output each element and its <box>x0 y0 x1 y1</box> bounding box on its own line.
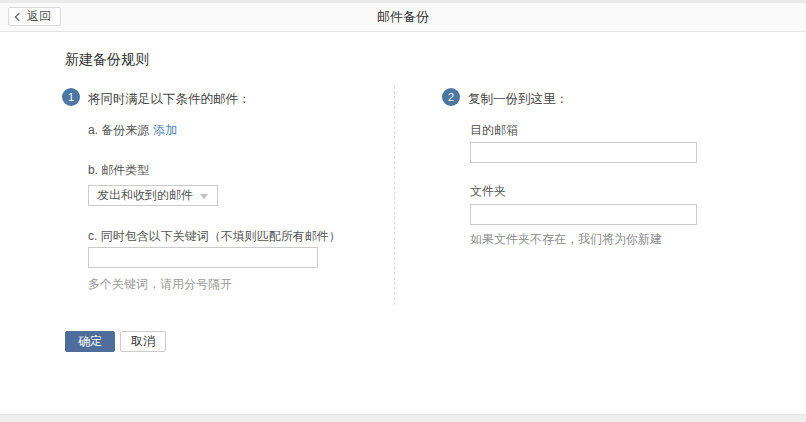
back-button[interactable]: 返回 <box>8 7 61 26</box>
page-title: 邮件备份 <box>0 3 806 31</box>
folder-label: 文件夹 <box>470 183 506 200</box>
folder-input[interactable] <box>470 204 697 225</box>
confirm-button[interactable]: 确定 <box>65 331 115 352</box>
mail-type-label: b. 邮件类型 <box>88 162 149 179</box>
topbar: 邮件备份 返回 <box>0 3 806 32</box>
step2-number-badge: 2 <box>442 88 460 106</box>
form-heading: 新建备份规则 <box>65 51 149 69</box>
mail-type-selected-value: 发出和收到的邮件 <box>97 188 193 202</box>
caret-down-icon <box>200 194 208 199</box>
add-source-link[interactable]: 添加 <box>153 123 177 137</box>
keywords-input[interactable] <box>88 247 318 268</box>
folder-hint: 如果文件夹不存在，我们将为你新建 <box>470 231 662 248</box>
step1-title: 将同时满足以下条件的邮件： <box>88 91 251 108</box>
chevron-left-icon <box>15 12 23 20</box>
column-divider <box>394 86 395 305</box>
step1-number-badge: 1 <box>62 88 80 106</box>
backup-source-label: a. 备份来源 <box>88 123 149 137</box>
mail-type-select[interactable]: 发出和收到的邮件 <box>88 185 218 206</box>
destination-mailbox-input[interactable] <box>470 142 697 163</box>
step2-title: 复制一份到这里： <box>468 91 568 108</box>
back-button-label: 返回 <box>27 8 51 25</box>
backup-source-row: a. 备份来源添加 <box>88 122 177 139</box>
destination-mailbox-label: 目的邮箱 <box>470 122 518 139</box>
keywords-label: c. 同时包含以下关键词（不填则匹配所有邮件） <box>88 228 341 245</box>
bottom-strip <box>0 414 806 422</box>
keywords-hint: 多个关键词，请用分号隔开 <box>88 276 232 293</box>
cancel-button[interactable]: 取消 <box>120 331 166 352</box>
